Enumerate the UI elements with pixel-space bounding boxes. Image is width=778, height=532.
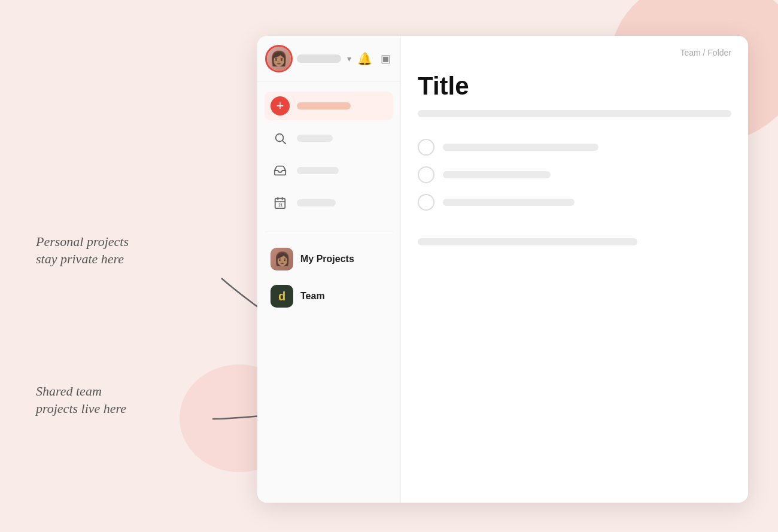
bell-icon[interactable]: 🔔: [357, 51, 372, 66]
nav-item-search[interactable]: [265, 124, 393, 153]
sidebar-toggle-icon[interactable]: ▣: [381, 52, 391, 65]
sidebar-divider: [265, 232, 393, 232]
annotation-personal: Personal projects stay private here: [36, 233, 129, 267]
page-title: Title: [418, 72, 731, 101]
task-checkbox-2[interactable]: [418, 166, 434, 183]
task-checkbox-3[interactable]: [418, 194, 434, 211]
workspace-item-team[interactable]: d Team: [265, 279, 393, 314]
sidebar: 👩🏽 ▾ 🔔 ▣ +: [257, 36, 401, 503]
sidebar-nav: +: [257, 82, 400, 227]
task-item-1: [418, 139, 731, 156]
calendar-icon: 21: [271, 193, 290, 212]
nav-add-label: [297, 102, 351, 110]
chevron-down-icon[interactable]: ▾: [347, 54, 351, 63]
workspace-icon-personal: 👩🏽: [271, 248, 293, 270]
nav-search-label: [297, 135, 333, 142]
skeleton-line-1: [418, 110, 731, 117]
breadcrumb: Team / Folder: [418, 48, 731, 57]
sidebar-header: 👩🏽 ▾ 🔔 ▣: [257, 36, 400, 82]
annotation-team: Shared team projects live here: [36, 383, 126, 417]
svg-text:21: 21: [278, 203, 283, 207]
task-checkbox-1[interactable]: [418, 139, 434, 156]
add-icon[interactable]: +: [271, 96, 290, 115]
nav-item-add[interactable]: +: [265, 92, 393, 120]
bottom-skeleton: [418, 238, 637, 245]
search-icon: [271, 129, 290, 148]
nav-inbox-label: [297, 167, 339, 174]
task-label-1: [443, 144, 598, 151]
inbox-icon: [271, 161, 290, 180]
task-label-3: [443, 199, 575, 206]
nav-calendar-label: [297, 199, 336, 206]
task-label-2: [443, 171, 551, 178]
workspace-icon-team: d: [271, 285, 293, 308]
main-content: Team / Folder Title: [401, 36, 748, 503]
avatar-container: 👩🏽: [267, 47, 291, 71]
header-icons: 🔔 ▣: [357, 51, 391, 66]
workspace-item-personal[interactable]: 👩🏽 My Projects: [265, 242, 393, 276]
workspace-icon-team-letter: d: [278, 290, 285, 303]
workspace-name-team: Team: [300, 291, 325, 302]
avatar-ring: [265, 45, 293, 72]
svg-line-2: [282, 141, 285, 144]
task-item-2: [418, 166, 731, 183]
nav-item-inbox[interactable]: [265, 156, 393, 185]
main-window: 👩🏽 ▾ 🔔 ▣ +: [257, 36, 748, 503]
nav-item-calendar[interactable]: 21: [265, 189, 393, 217]
workspace-section: 👩🏽 My Projects d Team: [257, 237, 400, 318]
task-item-3: [418, 194, 731, 211]
workspace-name-bar: [297, 54, 341, 63]
task-list: [418, 139, 731, 211]
workspace-name-personal: My Projects: [300, 254, 354, 265]
window-wrapper: 👩🏽 ▾ 🔔 ▣ +: [257, 36, 772, 515]
